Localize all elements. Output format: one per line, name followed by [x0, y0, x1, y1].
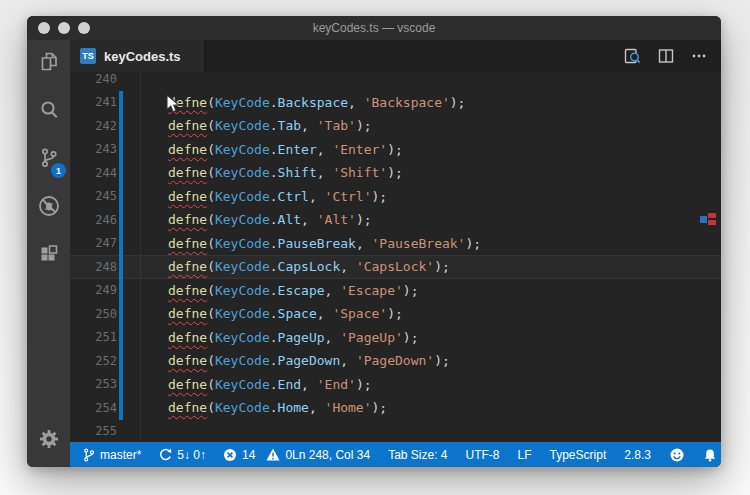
tab-keycodes[interactable]: TS keyCodes.ts [70, 40, 205, 72]
line-number[interactable]: 250 [70, 307, 117, 321]
line-number[interactable]: 254 [70, 401, 117, 415]
code-text[interactable]: defne(KeyCode.PageUp, 'PageUp'); [168, 330, 419, 345]
line-number[interactable]: 253 [70, 377, 117, 391]
debug-disabled-icon [36, 193, 62, 223]
sidebar-item-extensions[interactable] [27, 232, 70, 280]
gutter-modified-indicator [119, 326, 123, 350]
token: KeyCode [215, 189, 270, 204]
code-text[interactable]: defne(KeyCode.Backspace, 'Backspace'); [168, 95, 465, 110]
code-line[interactable]: 248defne(KeyCode.CapsLock, 'CapsLock'); [70, 255, 721, 279]
code-line[interactable]: 250defne(KeyCode.Space, 'Space'); [70, 302, 721, 326]
gutter-modified-indicator [119, 138, 123, 162]
line-number[interactable]: 249 [70, 283, 117, 297]
code-line[interactable]: 253defne(KeyCode.End, 'End'); [70, 373, 721, 397]
code-text[interactable]: defne(KeyCode.Shift, 'Shift'); [168, 165, 403, 180]
minimize-button[interactable] [58, 22, 70, 34]
code-text[interactable]: defne(KeyCode.PauseBreak, 'PauseBreak'); [168, 236, 481, 251]
token: , [317, 142, 333, 157]
code-line[interactable]: 249defne(KeyCode.Escape, 'Escape'); [70, 279, 721, 303]
token: KeyCode [215, 353, 270, 368]
line-number[interactable]: 240 [70, 72, 117, 86]
typescript-version[interactable]: 2.8.3 [624, 448, 651, 462]
line-number[interactable]: 246 [70, 213, 117, 227]
sync-status[interactable]: 5↓ 0↑ [158, 448, 206, 462]
code-text[interactable]: defne(KeyCode.Home, 'Home'); [168, 400, 387, 415]
eol-indicator[interactable]: LF [518, 448, 532, 462]
token: defne [168, 259, 207, 274]
settings-button[interactable] [27, 417, 70, 465]
token: ); [434, 259, 450, 274]
tab-size-indicator[interactable]: Tab Size: 4 [388, 448, 447, 462]
token: ); [356, 377, 372, 392]
code-text[interactable]: defne(KeyCode.CapsLock, 'CapsLock'); [168, 259, 450, 274]
window-controls [38, 16, 90, 40]
token: . [270, 377, 278, 392]
zoom-button[interactable] [78, 22, 90, 34]
code-text[interactable]: defne(KeyCode.Alt, 'Alt'); [168, 212, 372, 227]
line-number[interactable]: 251 [70, 330, 117, 344]
notifications-bell-icon[interactable] [703, 447, 717, 462]
token: ); [465, 236, 481, 251]
sidebar-item-search[interactable] [27, 88, 70, 136]
line-number[interactable]: 247 [70, 236, 117, 250]
open-preview-icon[interactable] [623, 47, 642, 66]
code-line[interactable]: 251defne(KeyCode.PageUp, 'PageUp'); [70, 326, 721, 350]
feedback-smiley-icon[interactable] [669, 447, 685, 463]
code-line[interactable]: 240 [70, 72, 721, 91]
more-actions-icon[interactable] [690, 47, 708, 65]
token: 'PauseBreak' [372, 236, 466, 251]
line-number[interactable]: 243 [70, 142, 117, 156]
line-number[interactable]: 242 [70, 119, 117, 133]
token: ( [207, 353, 215, 368]
line-number[interactable]: 248 [70, 260, 117, 274]
split-editor-icon[interactable] [657, 47, 675, 65]
code-text[interactable]: defne(KeyCode.Tab, 'Tab'); [168, 118, 372, 133]
token: Shift [278, 165, 317, 180]
token: , [301, 118, 317, 133]
token: Space [278, 306, 317, 321]
problems-status[interactable]: 14 0 [223, 448, 292, 462]
code-text[interactable]: defne(KeyCode.Escape, 'Escape'); [168, 283, 419, 298]
sidebar-item-explorer[interactable] [27, 40, 70, 88]
line-number[interactable]: 244 [70, 166, 117, 180]
code-text[interactable]: defne(KeyCode.End, 'End'); [168, 377, 372, 392]
code-line[interactable]: 243defne(KeyCode.Enter, 'Enter'); [70, 138, 721, 162]
token: . [270, 95, 278, 110]
code-line[interactable]: 252defne(KeyCode.PageDown, 'PageDown'); [70, 349, 721, 373]
token: defne [168, 306, 207, 321]
sidebar-item-debug[interactable] [27, 184, 70, 232]
encoding-indicator[interactable]: UTF-8 [466, 448, 500, 462]
code-line[interactable]: 247defne(KeyCode.PauseBreak, 'PauseBreak… [70, 232, 721, 256]
line-number[interactable]: 241 [70, 95, 117, 109]
sidebar-item-source-control[interactable]: 1 [27, 136, 70, 184]
code-text[interactable]: defne(KeyCode.PageDown, 'PageDown'); [168, 353, 450, 368]
code-text[interactable]: defne(KeyCode.Enter, 'Enter'); [168, 142, 403, 157]
token: Escape [278, 283, 325, 298]
language-mode[interactable]: TypeScript [550, 448, 607, 462]
code-lines: 240241defne(KeyCode.Backspace, 'Backspac… [70, 72, 721, 442]
code-text[interactable]: defne(KeyCode.Ctrl, 'Ctrl'); [168, 189, 387, 204]
line-number[interactable]: 252 [70, 354, 117, 368]
token: 'Escape' [340, 283, 403, 298]
gutter-modified-indicator [119, 91, 123, 115]
token: ); [403, 330, 419, 345]
git-branch-status[interactable]: master* [83, 448, 141, 462]
close-button[interactable] [38, 22, 50, 34]
code-line[interactable]: 254defne(KeyCode.Home, 'Home'); [70, 396, 721, 420]
gutter-modified-indicator [119, 349, 123, 373]
status-bar: master* 5↓ 0↑ [70, 442, 721, 467]
token: ( [207, 400, 215, 415]
code-line[interactable]: 255 [70, 420, 721, 443]
code-text[interactable]: defne(KeyCode.Space, 'Space'); [168, 306, 403, 321]
gutter-modified-indicator [119, 72, 123, 91]
code-editor[interactable]: 240241defne(KeyCode.Backspace, 'Backspac… [70, 72, 721, 442]
line-number[interactable]: 245 [70, 189, 117, 203]
code-line[interactable]: 245defne(KeyCode.Ctrl, 'Ctrl'); [70, 185, 721, 209]
titlebar[interactable]: keyCodes.ts — vscode [27, 16, 721, 40]
token: defne [168, 400, 207, 415]
cursor-position[interactable]: Ln 248, Col 34 [292, 448, 370, 462]
code-line[interactable]: 244defne(KeyCode.Shift, 'Shift'); [70, 161, 721, 185]
code-line[interactable]: 246defne(KeyCode.Alt, 'Alt'); [70, 208, 721, 232]
line-number[interactable]: 255 [70, 424, 117, 438]
token: defne [168, 212, 207, 227]
